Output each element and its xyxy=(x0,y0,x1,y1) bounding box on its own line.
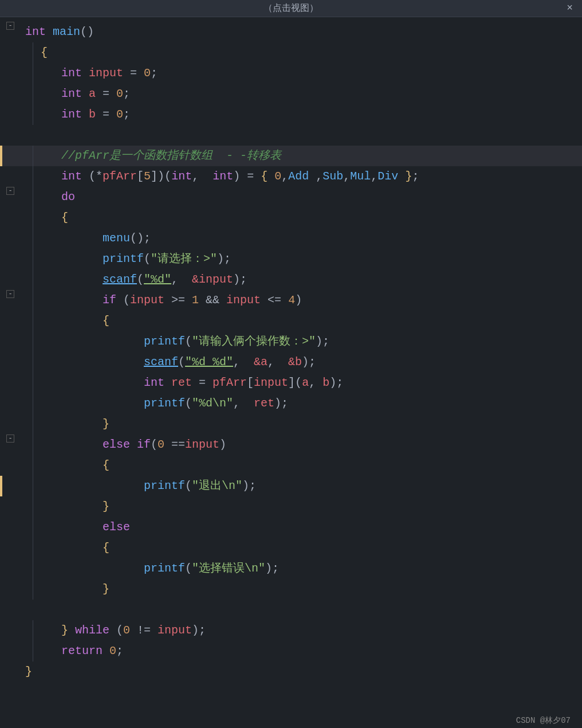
code-line-15: { xyxy=(21,311,582,331)
code-line-20: } xyxy=(21,414,582,435)
line-4: int a = 0; xyxy=(0,84,582,104)
code-line-31: return 0; xyxy=(21,641,582,662)
fold-btn-9[interactable]: - xyxy=(6,187,14,195)
line-32: } xyxy=(0,662,582,682)
line-23: printf("退出\n"); xyxy=(0,476,582,496)
line-16: printf("请输入俩个操作数：>"); xyxy=(0,331,582,352)
code-line-3: int input = 0; xyxy=(21,63,582,84)
line-28: } xyxy=(0,579,582,600)
line-13: scanf("%d", &input); xyxy=(0,269,582,290)
token-main: main xyxy=(53,22,80,42)
line-30: } while (0 != input); xyxy=(0,620,582,641)
code-line-26: { xyxy=(21,538,582,558)
yellow-indicator-2 xyxy=(0,476,2,496)
top-bar-title: （点击视图） xyxy=(264,3,318,14)
watermark: CSDN @林夕07 xyxy=(514,713,573,728)
line-20: } xyxy=(0,414,582,435)
gutter-21: - xyxy=(0,435,21,443)
line-3: int input = 0; xyxy=(0,63,582,84)
code-line-27: printf("选择错误\n"); xyxy=(21,558,582,579)
line-6 xyxy=(0,125,582,146)
line-26: { xyxy=(0,538,582,558)
fold-btn-1[interactable]: - xyxy=(6,22,14,30)
line-14: - if (input >= 1 && input <= 4) xyxy=(0,290,582,311)
line-15: { xyxy=(0,311,582,331)
code-line-22: { xyxy=(21,455,582,476)
code-line-11: menu(); xyxy=(21,228,582,249)
code-area: - int main() { int input = 0; xyxy=(0,17,582,687)
line-18: int ret = pfArr[input](a, b); xyxy=(0,373,582,393)
line-9: - do xyxy=(0,187,582,208)
close-button[interactable]: × xyxy=(567,2,573,14)
code-line-17: scanf("%d %d", &a, &b); xyxy=(21,352,582,373)
code-line-18: int ret = pfArr[input](a, b); xyxy=(21,373,582,393)
line-22: { xyxy=(0,455,582,476)
code-line-16: printf("请输入俩个操作数：>"); xyxy=(21,331,582,352)
line-10: { xyxy=(0,208,582,228)
line-27: printf("选择错误\n"); xyxy=(0,558,582,579)
code-editor: （点击视图） × - int main() { xyxy=(0,0,582,728)
code-line-24: } xyxy=(21,496,582,517)
line-8: int (*pfArr[5])(int, int) = { 0,Add ,Sub… xyxy=(0,166,582,187)
line-12: printf("请选择：>"); xyxy=(0,249,582,269)
code-line-6 xyxy=(21,125,582,146)
code-line-2: { xyxy=(21,42,582,63)
fold-btn-14[interactable]: - xyxy=(6,290,14,298)
line-7: //pfArr是一个函数指针数组 - -转移表 xyxy=(0,146,582,166)
code-line-32: } xyxy=(21,662,582,682)
code-line-7: //pfArr是一个函数指针数组 - -转移表 xyxy=(21,146,582,166)
line-17: scanf("%d %d", &a, &b); xyxy=(0,352,582,373)
token-int: int xyxy=(25,22,46,42)
line-29 xyxy=(0,600,582,620)
top-bar: （点击视图） × xyxy=(0,0,582,17)
code-line-19: printf("%d\n", ret); xyxy=(21,393,582,414)
line-11: menu(); xyxy=(0,228,582,249)
code-line-12: printf("请选择：>"); xyxy=(21,249,582,269)
line-5: int b = 0; xyxy=(0,104,582,125)
gutter-9: - xyxy=(0,187,21,195)
code-line-25: else xyxy=(21,517,582,538)
code-line-5: int b = 0; xyxy=(21,104,582,125)
code-line-28: } xyxy=(21,579,582,600)
comment-token: //pfArr是一个函数指针数组 - -转移表 xyxy=(61,146,281,166)
code-line-8: int (*pfArr[5])(int, int) = { 0,Add ,Sub… xyxy=(21,166,582,187)
line-2: { xyxy=(0,42,582,63)
line-24: } xyxy=(0,496,582,517)
code-line-29 xyxy=(21,600,582,620)
code-line-4: int a = 0; xyxy=(21,84,582,104)
code-line-23: printf("退出\n"); xyxy=(21,476,582,496)
code-line-1: int main() xyxy=(21,22,582,42)
code-line-21: else if(0 ==input) xyxy=(21,435,582,455)
yellow-indicator xyxy=(0,146,2,166)
code-line-9: do xyxy=(21,187,582,208)
line-31: return 0; xyxy=(0,641,582,662)
gutter-1: - xyxy=(0,22,21,30)
code-line-10: { xyxy=(21,208,582,228)
gutter-14: - xyxy=(0,290,21,298)
code-line-13: scanf("%d", &input); xyxy=(21,269,582,290)
line-25: else xyxy=(0,517,582,538)
line-21: - else if(0 ==input) xyxy=(0,435,582,455)
fold-btn-21[interactable]: - xyxy=(6,435,14,443)
line-19: printf("%d\n", ret); xyxy=(0,393,582,414)
code-line-14: if (input >= 1 && input <= 4) xyxy=(21,290,582,311)
line-1: - int main() xyxy=(0,22,582,42)
code-line-30: } while (0 != input); xyxy=(21,620,582,641)
